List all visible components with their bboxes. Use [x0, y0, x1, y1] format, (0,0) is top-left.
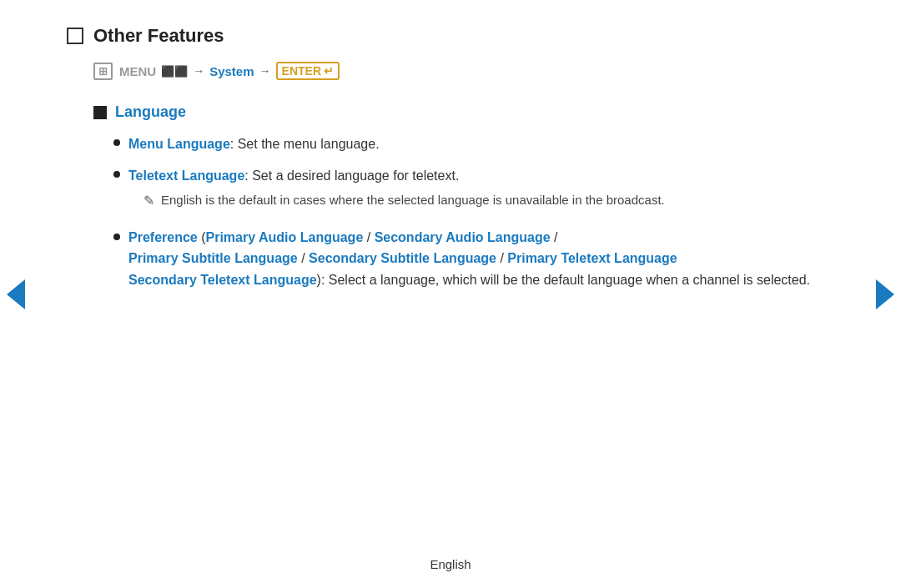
preference-closing-text: ): Select a language, which will be the … — [317, 273, 811, 287]
list-item: Teletext Language: Set a desired languag… — [113, 166, 834, 215]
breadcrumb-arrow-2: → — [259, 64, 271, 78]
note-text: English is the default in cases where th… — [161, 191, 665, 210]
pref-slash-2: / — [554, 230, 557, 244]
secondary-subtitle-language-link: Secondary Subtitle Language — [309, 251, 496, 265]
preference-link: Preference — [128, 230, 198, 244]
nav-arrow-left[interactable] — [7, 279, 25, 309]
teletext-language-separator: : — [244, 168, 252, 183]
menu-language-item: Menu Language: Set the menu language. — [128, 134, 380, 154]
section-header: Other Features — [67, 25, 834, 47]
menu-icon: ⊞ — [98, 65, 108, 78]
subsection-header: Language — [93, 103, 834, 121]
teletext-language-content: Teletext Language: Set a desired languag… — [128, 166, 665, 186]
bullet-dot-icon — [113, 234, 120, 240]
teletext-language-item: Teletext Language: Set a desired languag… — [128, 166, 665, 215]
secondary-teletext-language-link: Secondary Teletext Language — [128, 273, 317, 287]
bullet-dot-icon — [113, 139, 120, 146]
breadcrumb-menu-label: MENU — [119, 64, 156, 78]
list-item: Menu Language: Set the menu language. — [113, 134, 834, 154]
checkbox-icon — [67, 28, 83, 44]
footer-language: English — [430, 557, 471, 571]
primary-teletext-language-link: Primary Teletext Language — [507, 251, 677, 265]
pref-slash-1: / — [367, 230, 375, 244]
subsection-title: Language — [115, 103, 186, 121]
primary-subtitle-language-link: Primary Subtitle Language — [128, 251, 298, 265]
bullet-list: Menu Language: Set the menu language. Te… — [113, 134, 834, 290]
bullet-dot-icon — [113, 171, 120, 178]
teletext-language-link: Teletext Language — [128, 168, 244, 183]
footer-language-text: English — [430, 557, 471, 571]
note-block: ✎ English is the default in cases where … — [143, 191, 665, 210]
menu-language-separator: : — [230, 137, 238, 151]
enter-arrow-icon: ↵ — [324, 64, 334, 78]
breadcrumb: ⊞ MENU ⬛⬛ → System → ENTER ↵ — [93, 62, 834, 80]
breadcrumb-menu-icon: ⊞ MENU ⬛⬛ — [93, 63, 188, 80]
primary-audio-language-link: Primary Audio Language — [206, 230, 364, 244]
pref-slash-3: / — [301, 251, 309, 265]
breadcrumb-system: System — [209, 64, 254, 78]
note-icon: ✎ — [143, 193, 154, 209]
menu-language-link: Menu Language — [128, 137, 230, 151]
menu-language-text: Set the menu language. — [238, 137, 380, 151]
subsection: Language Menu Language: Set the menu lan… — [93, 103, 834, 290]
teletext-language-text: Set a desired language for teletext. — [252, 168, 459, 183]
section-title: Other Features — [93, 25, 224, 47]
preference-item: Preference (Primary Audio Language / Sec… — [128, 227, 810, 291]
enter-label: ENTER — [282, 64, 321, 78]
pref-slash-4: / — [500, 251, 507, 265]
breadcrumb-arrow-1: → — [193, 64, 204, 78]
list-item: Preference (Primary Audio Language / Sec… — [113, 227, 834, 291]
enter-icon: ENTER ↵ — [276, 62, 340, 80]
black-square-icon — [93, 106, 107, 119]
nav-arrow-right[interactable] — [876, 279, 894, 309]
secondary-audio-language-link: Secondary Audio Language — [375, 230, 551, 244]
